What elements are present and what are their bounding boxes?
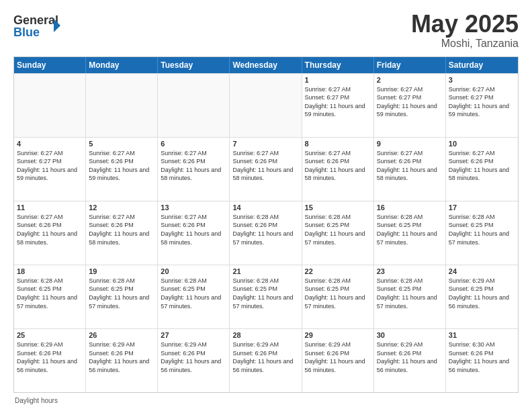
day-cell-26: 26Sunrise: 6:29 AMSunset: 6:26 PMDayligh…: [86, 329, 158, 392]
day-number-17: 17: [449, 203, 515, 212]
day-cell-1: 1Sunrise: 6:27 AMSunset: 6:27 PMDaylight…: [302, 74, 374, 137]
day-number-23: 23: [377, 267, 443, 275]
day-cell-24: 24Sunrise: 6:29 AMSunset: 6:25 PMDayligh…: [446, 265, 518, 328]
day-number-24: 24: [449, 267, 515, 275]
day-cell-6: 6Sunrise: 6:27 AMSunset: 6:26 PMDaylight…: [158, 138, 230, 201]
day-number-12: 12: [89, 203, 154, 212]
day-info-26: Sunrise: 6:29 AMSunset: 6:26 PMDaylight:…: [89, 340, 154, 374]
calendar-location: Moshi, Tanzania: [411, 38, 519, 50]
day-info-28: Sunrise: 6:29 AMSunset: 6:26 PMDaylight:…: [232, 340, 298, 374]
day-number-4: 4: [17, 140, 83, 148]
day-number-8: 8: [305, 140, 371, 148]
day-number-21: 21: [232, 267, 298, 275]
day-number-20: 20: [161, 267, 226, 275]
day-cell-18: 18Sunrise: 6:28 AMSunset: 6:25 PMDayligh…: [14, 265, 86, 328]
day-info-31: Sunrise: 6:30 AMSunset: 6:26 PMDaylight:…: [449, 340, 515, 374]
day-number-13: 13: [161, 203, 226, 212]
day-info-27: Sunrise: 6:29 AMSunset: 6:26 PMDaylight:…: [161, 340, 226, 374]
day-cell-12: 12Sunrise: 6:27 AMSunset: 6:26 PMDayligh…: [86, 201, 158, 265]
day-info-18: Sunrise: 6:28 AMSunset: 6:25 PMDaylight:…: [17, 277, 83, 310]
calendar-title: May 2025: [411, 11, 519, 38]
day-info-11: Sunrise: 6:27 AMSunset: 6:26 PMDaylight:…: [17, 213, 83, 246]
day-info-12: Sunrise: 6:27 AMSunset: 6:26 PMDaylight:…: [89, 213, 154, 246]
week-row-1: 1Sunrise: 6:27 AMSunset: 6:27 PMDaylight…: [14, 73, 518, 137]
day-number-25: 25: [17, 331, 83, 339]
header-cell-tuesday: Tuesday: [158, 57, 230, 73]
day-number-10: 10: [449, 140, 515, 148]
empty-cell-w0d2: [158, 74, 230, 137]
day-number-31: 31: [449, 331, 515, 339]
day-cell-16: 16Sunrise: 6:28 AMSunset: 6:25 PMDayligh…: [374, 201, 446, 265]
day-cell-19: 19Sunrise: 6:28 AMSunset: 6:25 PMDayligh…: [86, 265, 158, 328]
day-info-4: Sunrise: 6:27 AMSunset: 6:27 PMDaylight:…: [17, 149, 83, 183]
day-number-9: 9: [377, 140, 443, 148]
day-number-7: 7: [232, 140, 298, 148]
day-cell-9: 9Sunrise: 6:27 AMSunset: 6:26 PMDaylight…: [374, 138, 446, 201]
header-cell-friday: Friday: [374, 57, 446, 73]
day-cell-23: 23Sunrise: 6:28 AMSunset: 6:25 PMDayligh…: [374, 265, 446, 328]
day-cell-5: 5Sunrise: 6:27 AMSunset: 6:26 PMDaylight…: [86, 138, 158, 201]
day-info-30: Sunrise: 6:29 AMSunset: 6:26 PMDaylight:…: [377, 340, 443, 374]
day-info-10: Sunrise: 6:27 AMSunset: 6:26 PMDaylight:…: [449, 149, 515, 183]
week-row-4: 18Sunrise: 6:28 AMSunset: 6:25 PMDayligh…: [14, 265, 518, 328]
day-number-30: 30: [377, 331, 443, 339]
week-row-5: 25Sunrise: 6:29 AMSunset: 6:26 PMDayligh…: [14, 328, 518, 392]
calendar-header-row: SundayMondayTuesdayWednesdayThursdayFrid…: [14, 57, 518, 73]
day-number-14: 14: [232, 203, 298, 212]
day-info-9: Sunrise: 6:27 AMSunset: 6:26 PMDaylight:…: [377, 149, 443, 183]
day-cell-8: 8Sunrise: 6:27 AMSunset: 6:26 PMDaylight…: [302, 138, 374, 201]
day-number-11: 11: [17, 203, 83, 212]
header-cell-wednesday: Wednesday: [230, 57, 302, 73]
day-info-19: Sunrise: 6:28 AMSunset: 6:25 PMDaylight:…: [89, 277, 154, 310]
generalblue-logo-icon: GeneralBlue: [13, 11, 60, 40]
day-number-5: 5: [89, 140, 154, 148]
day-info-1: Sunrise: 6:27 AMSunset: 6:27 PMDaylight:…: [305, 85, 371, 119]
calendar-body: 1Sunrise: 6:27 AMSunset: 6:27 PMDaylight…: [14, 73, 518, 392]
logo: GeneralBlue: [13, 11, 60, 40]
day-number-1: 1: [305, 76, 371, 84]
day-number-29: 29: [305, 331, 371, 339]
header-cell-monday: Monday: [86, 57, 158, 73]
svg-text:Blue: Blue: [13, 26, 40, 39]
day-info-22: Sunrise: 6:28 AMSunset: 6:25 PMDaylight:…: [305, 277, 371, 310]
calendar: SundayMondayTuesdayWednesdayThursdayFrid…: [13, 56, 519, 393]
header-cell-saturday: Saturday: [446, 57, 518, 73]
day-cell-14: 14Sunrise: 6:28 AMSunset: 6:26 PMDayligh…: [230, 201, 302, 265]
day-cell-17: 17Sunrise: 6:28 AMSunset: 6:25 PMDayligh…: [446, 201, 518, 265]
day-cell-27: 27Sunrise: 6:29 AMSunset: 6:26 PMDayligh…: [158, 329, 230, 392]
day-number-15: 15: [305, 203, 371, 212]
day-cell-10: 10Sunrise: 6:27 AMSunset: 6:26 PMDayligh…: [446, 138, 518, 201]
day-info-21: Sunrise: 6:28 AMSunset: 6:25 PMDaylight:…: [232, 277, 298, 310]
week-row-3: 11Sunrise: 6:27 AMSunset: 6:26 PMDayligh…: [14, 201, 518, 265]
day-cell-7: 7Sunrise: 6:27 AMSunset: 6:26 PMDaylight…: [230, 138, 302, 201]
title-block: May 2025 Moshi, Tanzania: [411, 11, 519, 50]
empty-cell-w0d1: [86, 74, 158, 137]
header: GeneralBlue May 2025 Moshi, Tanzania: [13, 11, 519, 50]
day-number-2: 2: [377, 76, 443, 84]
week-row-2: 4Sunrise: 6:27 AMSunset: 6:27 PMDaylight…: [14, 137, 518, 201]
day-info-7: Sunrise: 6:27 AMSunset: 6:26 PMDaylight:…: [232, 149, 298, 183]
day-cell-15: 15Sunrise: 6:28 AMSunset: 6:25 PMDayligh…: [302, 201, 374, 265]
day-cell-3: 3Sunrise: 6:27 AMSunset: 6:27 PMDaylight…: [446, 74, 518, 137]
day-info-14: Sunrise: 6:28 AMSunset: 6:26 PMDaylight:…: [232, 213, 298, 246]
day-number-28: 28: [232, 331, 298, 339]
day-info-3: Sunrise: 6:27 AMSunset: 6:27 PMDaylight:…: [449, 85, 515, 119]
day-number-22: 22: [305, 267, 371, 275]
header-cell-thursday: Thursday: [302, 57, 374, 73]
day-info-15: Sunrise: 6:28 AMSunset: 6:25 PMDaylight:…: [305, 213, 371, 246]
svg-text:General: General: [13, 13, 58, 27]
day-cell-21: 21Sunrise: 6:28 AMSunset: 6:25 PMDayligh…: [230, 265, 302, 328]
day-info-24: Sunrise: 6:29 AMSunset: 6:25 PMDaylight:…: [449, 277, 515, 310]
day-cell-31: 31Sunrise: 6:30 AMSunset: 6:26 PMDayligh…: [446, 329, 518, 392]
header-cell-sunday: Sunday: [14, 57, 86, 73]
day-cell-28: 28Sunrise: 6:29 AMSunset: 6:26 PMDayligh…: [230, 329, 302, 392]
empty-cell-w0d3: [230, 74, 302, 137]
day-number-19: 19: [89, 267, 154, 275]
day-info-16: Sunrise: 6:28 AMSunset: 6:25 PMDaylight:…: [377, 213, 443, 246]
day-cell-25: 25Sunrise: 6:29 AMSunset: 6:26 PMDayligh…: [14, 329, 86, 392]
day-number-18: 18: [17, 267, 83, 275]
day-info-29: Sunrise: 6:29 AMSunset: 6:26 PMDaylight:…: [305, 340, 371, 374]
day-cell-4: 4Sunrise: 6:27 AMSunset: 6:27 PMDaylight…: [14, 138, 86, 201]
day-info-17: Sunrise: 6:28 AMSunset: 6:25 PMDaylight:…: [449, 213, 515, 246]
day-info-23: Sunrise: 6:28 AMSunset: 6:25 PMDaylight:…: [377, 277, 443, 310]
